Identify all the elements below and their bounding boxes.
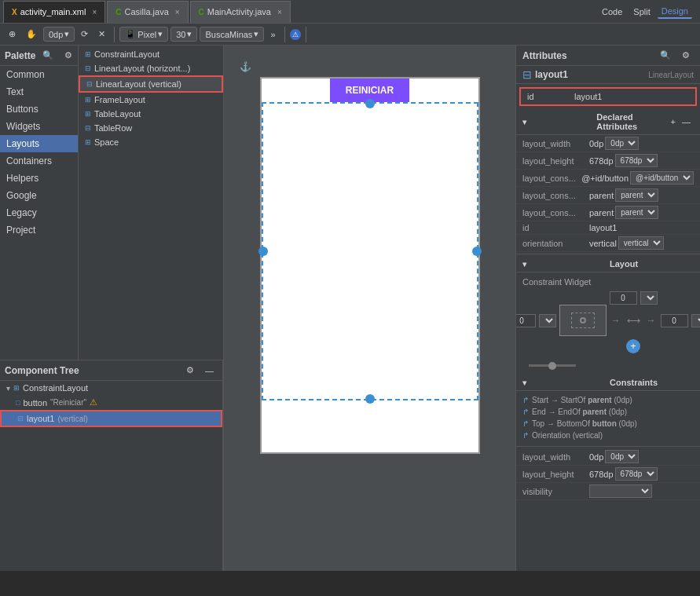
pan-tool-btn[interactable]: ✋ bbox=[22, 27, 41, 41]
attr-value: parent parent bbox=[589, 206, 694, 219]
canvas-area[interactable]: ⚓ REINICIAR bbox=[224, 46, 515, 571]
tree-item-button[interactable]: □ button "Reiniciar" ⚠ bbox=[0, 395, 222, 410]
palette-category-layouts[interactable]: Layouts bbox=[0, 135, 78, 152]
design-view-btn[interactable]: Design bbox=[658, 5, 692, 19]
id-input[interactable] bbox=[574, 92, 689, 101]
remove-attribute-btn[interactable]: — bbox=[679, 116, 694, 127]
palette-category-text[interactable]: Text bbox=[0, 83, 78, 101]
separator bbox=[306, 27, 306, 42]
item-label: Space bbox=[94, 137, 119, 147]
attr-settings-btn[interactable]: ⚙ bbox=[678, 49, 694, 62]
handle-top[interactable] bbox=[365, 99, 375, 108]
split-view-btn[interactable]: Split bbox=[629, 5, 654, 19]
attr-dropdown[interactable]: 678dp bbox=[615, 154, 658, 167]
attr-layout-width: layout_width 0dp 0dp bbox=[516, 135, 700, 152]
left-constraint-input[interactable] bbox=[515, 314, 536, 327]
tab-close-btn[interactable]: × bbox=[175, 8, 180, 16]
constraint-bottom-row: + bbox=[576, 336, 640, 357]
code-view-btn[interactable]: Code bbox=[598, 5, 626, 19]
palette-item-linearlayout-v[interactable]: ⊟ LinearLayout (vertical) bbox=[79, 75, 223, 93]
layout-icon: ⊟ bbox=[85, 64, 91, 72]
palette-category-common[interactable]: Common bbox=[0, 66, 78, 83]
layout-icon: ⊞ bbox=[85, 96, 91, 104]
constraint-middle-row: ▾ → ⟷ → ▾ bbox=[515, 305, 700, 336]
top-constraint-dropdown[interactable]: ▾ bbox=[640, 291, 658, 305]
app-dropdown[interactable]: BuscaMinas ▾ bbox=[200, 27, 264, 42]
left-column: Palette 🔍 ⚙ — Common Text Buttons Widget… bbox=[0, 46, 224, 571]
attr-search-btn[interactable]: 🔍 bbox=[656, 49, 675, 62]
extend-btn[interactable]: » bbox=[266, 28, 279, 41]
attr-dropdown[interactable]: 0dp bbox=[605, 137, 639, 150]
palette-item-tablelayout[interactable]: ⊞ TableLayout bbox=[79, 107, 223, 121]
palette-item-linearlayout-h[interactable]: ⊟ LinearLayout (horizont...) bbox=[79, 61, 223, 75]
left-constraint-dropdown[interactable]: ▾ bbox=[539, 314, 556, 327]
constraint-orientation: ↱ Orientation (vertical) bbox=[522, 430, 694, 441]
attr-dropdown[interactable]: parent bbox=[615, 206, 658, 219]
comp-tree-settings-btn[interactable]: ⚙ bbox=[182, 364, 198, 377]
tab-close-btn[interactable]: × bbox=[277, 8, 282, 16]
right-constraint-input[interactable] bbox=[661, 314, 688, 327]
tab-activity-main[interactable]: X activity_main.xml × bbox=[3, 1, 105, 23]
palette-category-helpers[interactable]: Helpers bbox=[0, 170, 78, 187]
attr-dropdown[interactable]: vertical bbox=[618, 236, 664, 250]
clear-constraints-btn[interactable]: ✕ bbox=[94, 27, 109, 41]
palette-category-legacy[interactable]: Legacy bbox=[0, 204, 78, 221]
device-dropdown[interactable]: 📱 Pixel ▾ bbox=[119, 27, 168, 42]
palette-settings-btn[interactable]: ⚙ bbox=[60, 49, 76, 62]
attr-name: layout_cons... bbox=[522, 208, 589, 218]
handle-bottom[interactable] bbox=[365, 394, 375, 404]
attr-dropdown[interactable]: 0dp bbox=[605, 450, 639, 463]
api-dropdown[interactable]: 30 ▾ bbox=[170, 27, 197, 42]
top-constraint-input[interactable] bbox=[610, 291, 637, 305]
palette-item-constraintlayout[interactable]: ⊞ ConstraintLayout bbox=[79, 47, 223, 61]
device-label: 📱 bbox=[125, 29, 136, 39]
bias-slider[interactable] bbox=[529, 364, 576, 367]
tab-casilla[interactable]: C Casilla.java × bbox=[107, 1, 188, 23]
tab-label: MainActivity.java bbox=[207, 7, 271, 16]
tab-mainactivity[interactable]: C MainActivity.java × bbox=[190, 1, 291, 23]
palette-category-google[interactable]: Google bbox=[0, 187, 78, 204]
id-row[interactable]: id bbox=[519, 87, 697, 106]
tree-item-constraintlayout[interactable]: ▾ ⊞ ConstraintLayout bbox=[0, 381, 222, 395]
constraints-section-header[interactable]: ▾ Constraints bbox=[516, 375, 700, 391]
visibility-dropdown[interactable] bbox=[589, 484, 652, 498]
handle-right[interactable] bbox=[472, 247, 482, 256]
palette-category-buttons[interactable]: Buttons bbox=[0, 101, 78, 118]
palette-category-project[interactable]: Project bbox=[0, 221, 78, 239]
attr-dropdown[interactable]: @+id/button bbox=[630, 171, 694, 185]
attr-name: layout_height bbox=[522, 156, 589, 166]
handle-left[interactable] bbox=[258, 247, 268, 256]
declared-attributes-header[interactable]: ▾ Declared Attributes + — bbox=[516, 109, 700, 135]
tree-item-layout1[interactable]: ⊟ layout1 (vertical) bbox=[0, 410, 222, 427]
palette-category-widgets[interactable]: Widgets bbox=[0, 118, 78, 135]
component-tree-title: Component Tree bbox=[5, 365, 179, 376]
tab-close-btn[interactable]: × bbox=[92, 8, 97, 16]
attr-dropdown[interactable]: parent bbox=[615, 188, 658, 202]
main-area: Palette 🔍 ⚙ — Common Text Buttons Widget… bbox=[0, 46, 700, 571]
magnet-tool-btn[interactable]: ⟳ bbox=[77, 27, 92, 41]
attr-dropdown[interactable]: 678dp bbox=[615, 467, 658, 481]
palette-item-tablerow[interactable]: ⊟ TableRow bbox=[79, 121, 223, 135]
arrow-icon: ↱ bbox=[522, 396, 529, 404]
add-attribute-btn[interactable]: + bbox=[668, 116, 679, 127]
palette-categories: Palette 🔍 ⚙ — Common Text Buttons Widget… bbox=[0, 46, 79, 360]
comp-tree-close-btn[interactable]: — bbox=[201, 364, 218, 377]
layout-section-header[interactable]: ▾ Layout bbox=[516, 256, 700, 272]
section-divider bbox=[516, 254, 700, 254]
layout1-container[interactable] bbox=[262, 102, 478, 400]
warning-icon[interactable]: ⚠ bbox=[290, 29, 301, 40]
tree-item-label: ConstraintLayout bbox=[23, 383, 88, 393]
constraint-top-row: ▾ bbox=[559, 291, 658, 305]
select-tool-btn[interactable]: ⊕ bbox=[5, 27, 20, 41]
palette-item-space[interactable]: ⊞ Space bbox=[79, 135, 223, 149]
linearlayout-icon: ⊟ bbox=[17, 415, 24, 422]
zoom-dropdown[interactable]: 0dp ▾ bbox=[43, 27, 75, 42]
right-constraint-dropdown[interactable]: ▾ bbox=[691, 314, 701, 327]
item-label: TableLayout bbox=[94, 109, 141, 119]
constraint-text: Top → BottomOf button (0dp) bbox=[532, 419, 637, 428]
palette-category-containers[interactable]: Containers bbox=[0, 152, 78, 170]
attr-value: vertical vertical bbox=[589, 236, 694, 250]
palette-search-btn[interactable]: 🔍 bbox=[38, 49, 57, 62]
palette-item-framelayout[interactable]: ⊞ FrameLayout bbox=[79, 93, 223, 107]
add-constraint-btn[interactable]: + bbox=[626, 339, 640, 353]
